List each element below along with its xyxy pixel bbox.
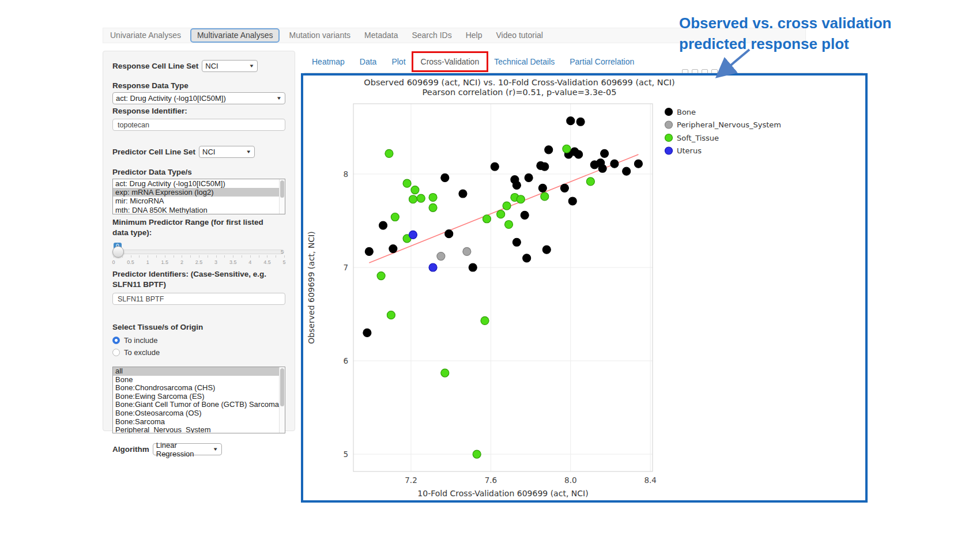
- scatter-point-soft-tissue[interactable]: [541, 193, 549, 201]
- tissue-option[interactable]: Peripheral_Nervous_System: [113, 426, 285, 433]
- tab-plot[interactable]: Plot: [384, 53, 413, 70]
- scatter-point-soft-tissue[interactable]: [403, 179, 411, 187]
- scatter-point-peripheral-nervous-system[interactable]: [463, 247, 471, 255]
- response-identifier-input[interactable]: [112, 119, 285, 131]
- tab-data[interactable]: Data: [352, 53, 385, 70]
- scrollbar[interactable]: [279, 367, 285, 433]
- scatter-point-bone[interactable]: [541, 163, 549, 171]
- scatter-point-bone[interactable]: [491, 163, 499, 171]
- scatter-point-soft-tissue[interactable]: [586, 178, 594, 186]
- scatter-point-bone[interactable]: [542, 246, 551, 254]
- scatter-point-soft-tissue[interactable]: [429, 203, 437, 212]
- scatter-point-soft-tissue[interactable]: [411, 186, 419, 194]
- predictor-data-types-listbox[interactable]: act: Drug Activity (-log10[IC50M])exp: m…: [112, 179, 285, 214]
- predictor-cell-line-set-row: Predictor Cell Line Set NCI ▼: [112, 146, 285, 158]
- scatter-point-bone[interactable]: [523, 254, 531, 262]
- scatter-point-soft-tissue[interactable]: [517, 195, 525, 203]
- predictor-type-option[interactable]: act: Drug Activity (-log10[IC50M]): [113, 179, 285, 188]
- legend-marker-uterus[interactable]: [665, 147, 673, 154]
- scatter-point-soft-tissue[interactable]: [505, 220, 513, 228]
- nav-tab-mutation-variants[interactable]: Mutation variants: [282, 28, 357, 43]
- response-cell-line-set-select[interactable]: NCI ▼: [202, 60, 258, 72]
- scatter-point-soft-tissue[interactable]: [417, 194, 425, 202]
- scatter-point-soft-tissue[interactable]: [409, 195, 417, 203]
- tissue-radio-to-include[interactable]: To include: [112, 336, 285, 345]
- legend-marker-soft-tissue[interactable]: [665, 134, 673, 142]
- scatter-point-soft-tissue[interactable]: [473, 450, 481, 458]
- predictor-type-option[interactable]: mir: MicroRNA: [113, 197, 285, 205]
- response-data-type-select[interactable]: act: Drug Activity (-log10[IC50M]) ▼: [112, 92, 285, 104]
- scatter-point-bone[interactable]: [445, 230, 453, 238]
- radio-icon[interactable]: [112, 337, 120, 344]
- min-predictor-range-slider[interactable]: 0 5 00.511.522.533.544.55: [112, 243, 285, 268]
- tab-heatmap[interactable]: Heatmap: [304, 53, 352, 70]
- scatter-point-soft-tissue[interactable]: [481, 316, 489, 324]
- scatter-point-bone[interactable]: [601, 149, 609, 157]
- scatter-point-uterus[interactable]: [429, 263, 437, 271]
- nav-tab-metadata[interactable]: Metadata: [357, 28, 405, 43]
- scatter-point-bone[interactable]: [521, 211, 529, 219]
- scatter-point-bone[interactable]: [576, 118, 585, 126]
- scatter-point-bone[interactable]: [512, 181, 521, 189]
- nav-tab-univariate-analyses[interactable]: Univariate Analyses: [103, 28, 188, 43]
- scatter-point-bone[interactable]: [567, 117, 575, 125]
- scatter-point-bone[interactable]: [512, 238, 521, 246]
- tissue-option[interactable]: Bone:Osteosarcoma (OS): [113, 409, 285, 418]
- nav-tab-multivariate-analyses[interactable]: Multivariate Analyses: [190, 28, 280, 43]
- scatter-point-soft-tissue[interactable]: [503, 202, 511, 210]
- scatter-point-bone[interactable]: [545, 146, 553, 154]
- scatter-point-bone[interactable]: [379, 221, 387, 229]
- scatter-point-bone[interactable]: [610, 160, 619, 168]
- scatter-point-uterus[interactable]: [409, 231, 417, 239]
- scatter-point-bone[interactable]: [634, 160, 642, 168]
- scatter-point-soft-tissue[interactable]: [387, 311, 395, 319]
- tab-cross-validation[interactable]: Cross-Validation: [413, 53, 487, 70]
- scatter-point-soft-tissue[interactable]: [441, 369, 449, 377]
- scatter-point-bone[interactable]: [389, 245, 397, 253]
- tissue-origin-listbox[interactable]: allBoneBone:Chondrosarcoma (CHS)Bone:Ewi…: [112, 367, 285, 433]
- nav-tab-help[interactable]: Help: [459, 28, 489, 43]
- tissue-option[interactable]: Bone:Chondrosarcoma (CHS): [113, 384, 285, 393]
- scatter-point-bone[interactable]: [598, 164, 606, 172]
- scatter-point-soft-tissue[interactable]: [429, 193, 437, 201]
- legend-marker-bone[interactable]: [665, 108, 673, 116]
- scatter-point-bone[interactable]: [568, 197, 576, 205]
- tissue-radio-to-exclude[interactable]: To exclude: [112, 348, 285, 357]
- scatter-point-bone[interactable]: [363, 329, 371, 337]
- tissue-option[interactable]: Bone:Sarcoma: [113, 418, 285, 427]
- scatter-point-bone[interactable]: [525, 173, 533, 182]
- cross-validation-scatter-plot[interactable]: 7.27.68.08.45678Observed 609699 (act, NC…: [303, 76, 865, 500]
- tissue-option[interactable]: Bone:Giant Cell Tumor of Bone (GCTB) Sar…: [113, 401, 285, 409]
- scatter-point-soft-tissue[interactable]: [497, 210, 505, 218]
- slider-track[interactable]: 0 5: [114, 250, 284, 254]
- scatter-point-soft-tissue[interactable]: [385, 149, 393, 157]
- scatter-point-bone[interactable]: [538, 184, 546, 192]
- predictor-cell-line-set-select[interactable]: NCI ▼: [199, 146, 255, 158]
- algorithm-select[interactable]: Linear Regression ▼: [153, 443, 222, 455]
- tab-partial-correlation[interactable]: Partial Correlation: [562, 53, 642, 70]
- predictor-type-option[interactable]: mth: DNA 850K Methylation: [113, 206, 285, 214]
- tissue-option[interactable]: Bone: [113, 376, 285, 384]
- tissue-option[interactable]: Bone:Ewing Sarcoma (ES): [113, 393, 285, 401]
- legend-marker-peripheral-nervous-system[interactable]: [665, 121, 673, 129]
- nav-tab-video-tutorial[interactable]: Video tutorial: [489, 28, 550, 43]
- scatter-point-bone[interactable]: [469, 263, 477, 271]
- scatter-point-bone[interactable]: [575, 150, 583, 158]
- scatter-point-soft-tissue[interactable]: [563, 145, 571, 153]
- scatter-point-bone[interactable]: [560, 184, 568, 192]
- tab-technical-details[interactable]: Technical Details: [487, 53, 562, 70]
- scatter-point-bone[interactable]: [441, 173, 449, 182]
- radio-icon[interactable]: [112, 349, 120, 356]
- scatter-point-soft-tissue[interactable]: [391, 213, 399, 221]
- nav-tab-search-ids[interactable]: Search IDs: [405, 28, 458, 43]
- predictor-identifiers-input[interactable]: [112, 293, 285, 305]
- scatter-point-bone[interactable]: [459, 190, 467, 198]
- scrollbar[interactable]: [279, 179, 285, 214]
- scatter-point-soft-tissue[interactable]: [377, 272, 385, 280]
- scatter-point-bone[interactable]: [365, 247, 373, 255]
- scatter-point-soft-tissue[interactable]: [483, 215, 491, 223]
- tissue-option[interactable]: all: [113, 367, 285, 376]
- scatter-point-bone[interactable]: [623, 167, 631, 175]
- scatter-point-peripheral-nervous-system[interactable]: [437, 252, 445, 261]
- predictor-type-option[interactable]: exp: mRNA Expression (log2): [113, 188, 285, 197]
